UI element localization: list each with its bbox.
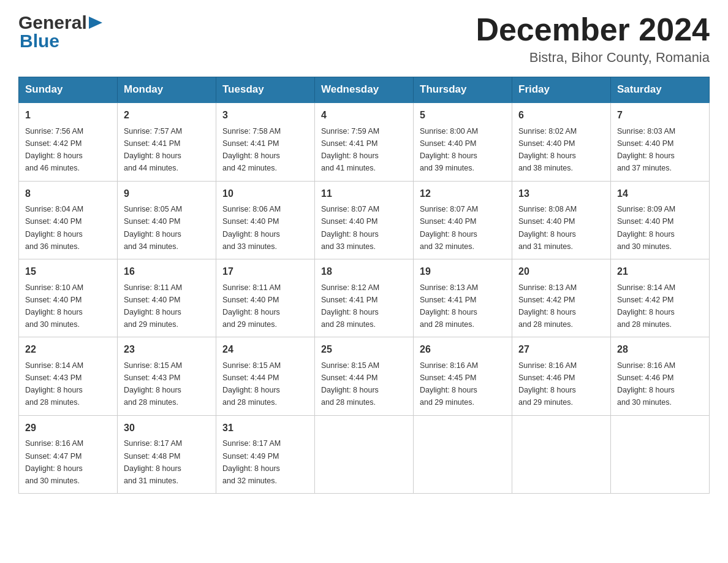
table-row: 25Sunrise: 8:15 AMSunset: 4:44 PMDayligh…: [315, 337, 414, 415]
day-number: 17: [222, 264, 308, 280]
table-row: 27Sunrise: 8:16 AMSunset: 4:46 PMDayligh…: [512, 337, 611, 415]
day-number: 23: [124, 342, 210, 358]
day-info: Sunrise: 8:02 AMSunset: 4:40 PMDaylight:…: [518, 127, 577, 172]
calendar-location: Bistra, Bihor County, Romania: [476, 50, 710, 66]
day-info: Sunrise: 8:13 AMSunset: 4:42 PMDaylight:…: [518, 283, 577, 329]
table-row: 7Sunrise: 8:03 AMSunset: 4:40 PMDaylight…: [611, 102, 710, 181]
day-info: Sunrise: 8:07 AMSunset: 4:40 PMDaylight:…: [321, 205, 379, 250]
calendar-week-row: 22Sunrise: 8:14 AMSunset: 4:43 PMDayligh…: [19, 337, 710, 415]
table-row: 16Sunrise: 8:11 AMSunset: 4:40 PMDayligh…: [118, 259, 216, 337]
day-number: 25: [321, 342, 407, 358]
table-row: 17Sunrise: 8:11 AMSunset: 4:40 PMDayligh…: [216, 259, 315, 337]
calendar-month-year: December 2024: [476, 12, 710, 47]
header-tuesday: Tuesday: [216, 77, 315, 103]
day-number: 27: [518, 342, 604, 358]
table-row: 12Sunrise: 8:07 AMSunset: 4:40 PMDayligh…: [414, 181, 512, 259]
table-row: 5Sunrise: 8:00 AMSunset: 4:40 PMDaylight…: [414, 102, 512, 181]
day-number: 4: [321, 108, 407, 123]
logo-triangle-icon: [89, 17, 102, 31]
table-row: 6Sunrise: 8:02 AMSunset: 4:40 PMDaylight…: [512, 102, 611, 181]
day-info: Sunrise: 8:17 AMSunset: 4:48 PMDaylight:…: [124, 439, 182, 484]
day-number: 18: [321, 264, 407, 280]
day-info: Sunrise: 8:13 AMSunset: 4:41 PMDaylight:…: [420, 283, 478, 329]
day-info: Sunrise: 8:03 AMSunset: 4:40 PMDaylight:…: [617, 127, 675, 172]
logo-general-text: General: [18, 12, 87, 33]
day-info: Sunrise: 8:04 AMSunset: 4:40 PMDaylight:…: [25, 205, 83, 250]
day-number: 20: [518, 264, 604, 280]
table-row: 21Sunrise: 8:14 AMSunset: 4:42 PMDayligh…: [611, 259, 710, 337]
day-number: 9: [124, 186, 210, 202]
day-number: 30: [124, 421, 210, 436]
day-info: Sunrise: 8:16 AMSunset: 4:46 PMDaylight:…: [518, 361, 577, 407]
day-info: Sunrise: 8:09 AMSunset: 4:40 PMDaylight:…: [617, 205, 675, 250]
header-friday: Friday: [512, 77, 611, 103]
table-row: 19Sunrise: 8:13 AMSunset: 4:41 PMDayligh…: [414, 259, 512, 337]
table-row: 9Sunrise: 8:05 AMSunset: 4:40 PMDaylight…: [118, 181, 216, 259]
day-number: 11: [321, 186, 407, 202]
calendar-week-row: 8Sunrise: 8:04 AMSunset: 4:40 PMDaylight…: [19, 181, 710, 259]
day-number: 14: [617, 186, 703, 202]
day-number: 13: [518, 186, 604, 202]
day-info: Sunrise: 8:15 AMSunset: 4:44 PMDaylight:…: [222, 361, 281, 407]
table-row: 20Sunrise: 8:13 AMSunset: 4:42 PMDayligh…: [512, 259, 611, 337]
day-number: 7: [617, 108, 703, 123]
day-info: Sunrise: 8:17 AMSunset: 4:49 PMDaylight:…: [222, 439, 281, 484]
table-row: 11Sunrise: 8:07 AMSunset: 4:40 PMDayligh…: [315, 181, 414, 259]
page-header: General Blue December 2024 Bistra, Bihor…: [18, 12, 710, 66]
table-row: 4Sunrise: 7:59 AMSunset: 4:41 PMDaylight…: [315, 102, 414, 181]
header-wednesday: Wednesday: [315, 77, 414, 103]
calendar-title-area: December 2024 Bistra, Bihor County, Roma…: [476, 12, 710, 66]
day-info: Sunrise: 8:16 AMSunset: 4:46 PMDaylight:…: [617, 361, 675, 407]
day-info: Sunrise: 8:08 AMSunset: 4:40 PMDaylight:…: [518, 205, 577, 250]
day-info: Sunrise: 8:12 AMSunset: 4:41 PMDaylight:…: [321, 283, 379, 329]
day-number: 16: [124, 264, 210, 280]
table-row: 18Sunrise: 8:12 AMSunset: 4:41 PMDayligh…: [315, 259, 414, 337]
calendar-header-row: Sunday Monday Tuesday Wednesday Thursday…: [19, 77, 710, 103]
day-number: 1: [25, 108, 111, 123]
day-info: Sunrise: 8:00 AMSunset: 4:40 PMDaylight:…: [420, 127, 478, 172]
day-number: 2: [124, 108, 210, 123]
day-number: 12: [420, 186, 506, 202]
day-info: Sunrise: 7:58 AMSunset: 4:41 PMDaylight:…: [222, 127, 281, 172]
day-info: Sunrise: 7:59 AMSunset: 4:41 PMDaylight:…: [321, 127, 379, 172]
table-row: 15Sunrise: 8:10 AMSunset: 4:40 PMDayligh…: [19, 259, 118, 337]
day-number: 31: [222, 421, 308, 436]
table-row: 30Sunrise: 8:17 AMSunset: 4:48 PMDayligh…: [118, 415, 216, 493]
day-number: 22: [25, 342, 111, 358]
day-info: Sunrise: 7:57 AMSunset: 4:41 PMDaylight:…: [124, 127, 182, 172]
table-row: 8Sunrise: 8:04 AMSunset: 4:40 PMDaylight…: [19, 181, 118, 259]
day-number: 29: [25, 421, 111, 436]
header-thursday: Thursday: [414, 77, 512, 103]
logo-blue-text: Blue: [20, 31, 59, 52]
day-info: Sunrise: 8:15 AMSunset: 4:43 PMDaylight:…: [124, 361, 182, 407]
day-info: Sunrise: 8:14 AMSunset: 4:43 PMDaylight:…: [25, 361, 83, 407]
header-sunday: Sunday: [19, 77, 118, 103]
logo: General Blue: [18, 12, 102, 52]
table-row: 26Sunrise: 8:16 AMSunset: 4:45 PMDayligh…: [414, 337, 512, 415]
table-row: [414, 415, 512, 493]
table-row: 14Sunrise: 8:09 AMSunset: 4:40 PMDayligh…: [611, 181, 710, 259]
table-row: [315, 415, 414, 493]
table-row: 2Sunrise: 7:57 AMSunset: 4:41 PMDaylight…: [118, 102, 216, 181]
svg-marker-0: [89, 17, 102, 29]
day-info: Sunrise: 8:10 AMSunset: 4:40 PMDaylight:…: [25, 283, 83, 329]
day-number: 24: [222, 342, 308, 358]
day-number: 15: [25, 264, 111, 280]
day-info: Sunrise: 7:56 AMSunset: 4:42 PMDaylight:…: [25, 127, 83, 172]
table-row: 31Sunrise: 8:17 AMSunset: 4:49 PMDayligh…: [216, 415, 315, 493]
day-number: 8: [25, 186, 111, 202]
day-info: Sunrise: 8:11 AMSunset: 4:40 PMDaylight:…: [222, 283, 281, 329]
day-number: 19: [420, 264, 506, 280]
day-info: Sunrise: 8:15 AMSunset: 4:44 PMDaylight:…: [321, 361, 379, 407]
day-number: 5: [420, 108, 506, 123]
day-info: Sunrise: 8:06 AMSunset: 4:40 PMDaylight:…: [222, 205, 281, 250]
table-row: [611, 415, 710, 493]
day-info: Sunrise: 8:05 AMSunset: 4:40 PMDaylight:…: [124, 205, 182, 250]
day-info: Sunrise: 8:16 AMSunset: 4:45 PMDaylight:…: [420, 361, 478, 407]
calendar-week-row: 15Sunrise: 8:10 AMSunset: 4:40 PMDayligh…: [19, 259, 710, 337]
day-number: 21: [617, 264, 703, 280]
table-row: 10Sunrise: 8:06 AMSunset: 4:40 PMDayligh…: [216, 181, 315, 259]
header-monday: Monday: [118, 77, 216, 103]
day-number: 6: [518, 108, 604, 123]
header-saturday: Saturday: [611, 77, 710, 103]
